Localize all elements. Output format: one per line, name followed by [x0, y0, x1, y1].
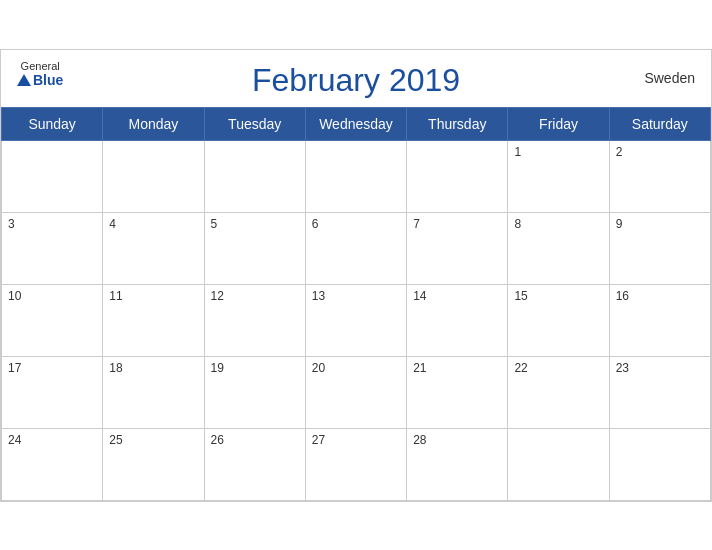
calendar-cell: 22 — [508, 356, 609, 428]
date-number: 24 — [8, 433, 96, 447]
date-number: 2 — [616, 145, 704, 159]
logo: General Blue — [17, 60, 63, 88]
country-label: Sweden — [644, 70, 695, 86]
calendar-cell: 12 — [204, 284, 305, 356]
calendar-cell: 5 — [204, 212, 305, 284]
date-number: 13 — [312, 289, 400, 303]
calendar-cell: 27 — [305, 428, 406, 500]
days-header-row: SundayMondayTuesdayWednesdayThursdayFrid… — [2, 107, 711, 140]
calendar-cell: 1 — [508, 140, 609, 212]
date-number: 16 — [616, 289, 704, 303]
calendar-header: General Blue February 2019 Sweden — [1, 50, 711, 107]
day-header-thursday: Thursday — [407, 107, 508, 140]
calendar-cell: 3 — [2, 212, 103, 284]
date-number: 28 — [413, 433, 501, 447]
calendar-cell — [609, 428, 710, 500]
calendar-cell: 4 — [103, 212, 204, 284]
calendar-cell: 26 — [204, 428, 305, 500]
calendar-title: February 2019 — [252, 62, 460, 99]
week-row-2: 3456789 — [2, 212, 711, 284]
date-number: 20 — [312, 361, 400, 375]
day-header-monday: Monday — [103, 107, 204, 140]
date-number: 25 — [109, 433, 197, 447]
date-number: 23 — [616, 361, 704, 375]
date-number: 22 — [514, 361, 602, 375]
calendar-cell: 10 — [2, 284, 103, 356]
calendar-cell — [508, 428, 609, 500]
date-number: 6 — [312, 217, 400, 231]
day-header-tuesday: Tuesday — [204, 107, 305, 140]
week-row-4: 17181920212223 — [2, 356, 711, 428]
date-number: 5 — [211, 217, 299, 231]
day-header-wednesday: Wednesday — [305, 107, 406, 140]
logo-general-text: General — [21, 60, 60, 72]
calendar-table: SundayMondayTuesdayWednesdayThursdayFrid… — [1, 107, 711, 501]
week-row-5: 2425262728 — [2, 428, 711, 500]
day-header-sunday: Sunday — [2, 107, 103, 140]
date-number: 10 — [8, 289, 96, 303]
calendar-cell — [305, 140, 406, 212]
date-number: 14 — [413, 289, 501, 303]
date-number: 12 — [211, 289, 299, 303]
calendar-cell: 23 — [609, 356, 710, 428]
calendar-cell: 9 — [609, 212, 710, 284]
calendar-cell: 7 — [407, 212, 508, 284]
calendar-cell — [2, 140, 103, 212]
date-number: 21 — [413, 361, 501, 375]
week-row-1: 12 — [2, 140, 711, 212]
date-number: 15 — [514, 289, 602, 303]
calendar-cell: 25 — [103, 428, 204, 500]
date-number: 11 — [109, 289, 197, 303]
date-number: 1 — [514, 145, 602, 159]
day-header-saturday: Saturday — [609, 107, 710, 140]
date-number: 26 — [211, 433, 299, 447]
calendar-cell — [103, 140, 204, 212]
calendar-cell: 14 — [407, 284, 508, 356]
date-number: 18 — [109, 361, 197, 375]
date-number: 8 — [514, 217, 602, 231]
calendar-cell — [407, 140, 508, 212]
calendar-cell: 16 — [609, 284, 710, 356]
week-row-3: 10111213141516 — [2, 284, 711, 356]
calendar-cell: 21 — [407, 356, 508, 428]
calendar-cell: 13 — [305, 284, 406, 356]
date-number: 17 — [8, 361, 96, 375]
calendar-cell: 28 — [407, 428, 508, 500]
calendar-cell: 20 — [305, 356, 406, 428]
calendar-cell: 6 — [305, 212, 406, 284]
day-header-friday: Friday — [508, 107, 609, 140]
calendar-cell: 15 — [508, 284, 609, 356]
logo-blue-area: Blue — [17, 72, 63, 88]
calendar-cell: 11 — [103, 284, 204, 356]
date-number: 27 — [312, 433, 400, 447]
calendar: General Blue February 2019 Sweden Sunday… — [0, 49, 712, 502]
calendar-cell: 17 — [2, 356, 103, 428]
logo-triangle-icon — [17, 74, 31, 86]
calendar-cell: 19 — [204, 356, 305, 428]
date-number: 7 — [413, 217, 501, 231]
logo-blue-text: Blue — [33, 72, 63, 88]
calendar-cell: 18 — [103, 356, 204, 428]
calendar-cell: 2 — [609, 140, 710, 212]
date-number: 4 — [109, 217, 197, 231]
calendar-cell — [204, 140, 305, 212]
calendar-cell: 8 — [508, 212, 609, 284]
date-number: 9 — [616, 217, 704, 231]
calendar-cell: 24 — [2, 428, 103, 500]
date-number: 19 — [211, 361, 299, 375]
date-number: 3 — [8, 217, 96, 231]
